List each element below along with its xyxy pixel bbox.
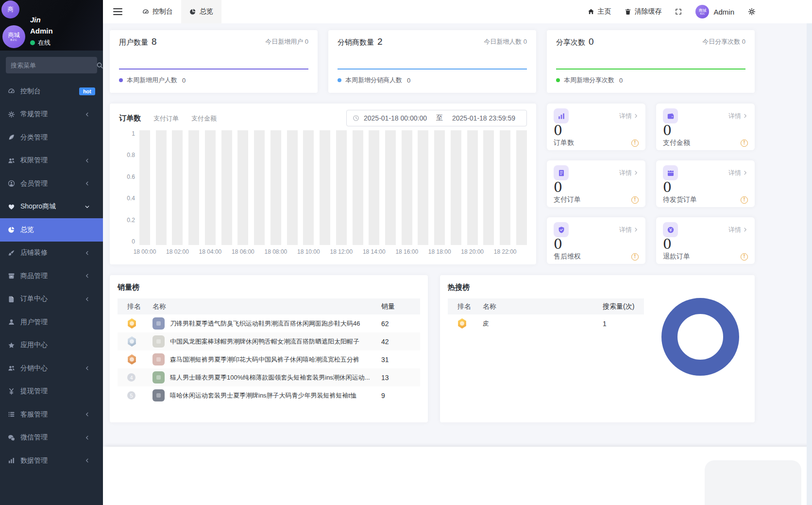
- overview-today: 今日新增人数 0: [484, 36, 527, 46]
- info-warning-icon[interactable]: !: [631, 139, 639, 147]
- product-thumbnail: [152, 317, 165, 330]
- document-icon: [558, 169, 565, 177]
- bar-slot: [320, 130, 330, 245]
- chart-bar: [369, 130, 379, 245]
- mini-card-icon-wrap: [663, 165, 678, 180]
- sidebar-item-6[interactable]: 总览: [0, 218, 103, 242]
- sidebar-item-4[interactable]: 会员管理: [0, 172, 103, 195]
- y-axis-tick: 0.6: [127, 174, 135, 180]
- dashboard-icon: [142, 8, 149, 15]
- menu-search-input[interactable]: [11, 62, 96, 69]
- sidebar-item-15[interactable]: 微信管理: [0, 426, 103, 450]
- sidebar-item-label: 分类管理: [20, 133, 48, 142]
- orders-chart-tab-0[interactable]: 订单数: [119, 114, 141, 123]
- hot-badge: hot: [79, 87, 95, 95]
- info-warning-icon[interactable]: !: [631, 196, 639, 204]
- overview-title: 分享次数0: [556, 36, 594, 47]
- trash-icon: [625, 8, 631, 15]
- chart-bar: [139, 130, 150, 245]
- info-warning-icon[interactable]: !: [741, 253, 748, 261]
- chevron-left-icon: [85, 250, 90, 256]
- info-warning-icon[interactable]: !: [741, 196, 748, 204]
- sidebar-item-label: 应用中心: [20, 341, 48, 349]
- mini-card-label: 订单数: [554, 139, 574, 147]
- x-axis-label: 18 06:00: [232, 248, 254, 255]
- legend-dot: [556, 78, 560, 82]
- chart-bar: [434, 130, 445, 245]
- users-icon: [8, 157, 15, 164]
- sidebar-item-14[interactable]: 客服管理: [0, 403, 103, 426]
- sidebar-item-1[interactable]: 常规管理: [0, 103, 103, 126]
- hamburger-menu-button[interactable]: [113, 8, 122, 15]
- info-warning-icon[interactable]: !: [631, 253, 639, 261]
- overview-legend: 本周新增分享次数 0: [556, 76, 745, 85]
- home-button[interactable]: 主页: [588, 7, 611, 16]
- topbar-tab-1[interactable]: 总览: [181, 0, 221, 23]
- hot-search-row: 皮 1: [448, 314, 644, 332]
- sidebar-item-9[interactable]: 订单中心: [0, 288, 103, 311]
- date-end-value[interactable]: 2025-01-18 23:59:59: [452, 114, 515, 122]
- sidebar-item-12[interactable]: 分销中心: [0, 357, 103, 380]
- sales-rank-row: 中国风龙图案棒球帽男潮牌休闲鸭舌帽女潮流百搭防晒遮阳太阳帽子 42: [118, 332, 420, 350]
- brand-bubble-text: 商: [8, 5, 14, 14]
- user-avatar[interactable]: 商城 B2C: [2, 25, 25, 48]
- chart-bar: [516, 130, 527, 245]
- detail-link[interactable]: 详情: [619, 226, 639, 234]
- detail-label: 详情: [728, 169, 741, 177]
- legend-value: 0: [182, 77, 186, 84]
- dashboard-icon: [8, 87, 15, 95]
- detail-link[interactable]: 详情: [619, 169, 639, 177]
- orders-chart-tab-1[interactable]: 支付订单: [153, 114, 179, 123]
- chart-bar: [271, 130, 281, 245]
- bar-slot: 18 20:00: [467, 130, 478, 245]
- mini-card-icon-wrap: [554, 108, 569, 123]
- sidebar-item-10[interactable]: 用户管理: [0, 311, 103, 334]
- y-axis-tick: 0.2: [127, 217, 135, 224]
- main-content: 用户数量8 今日新增用户 0 本周新增用户人数 0 分销商数量2 今日新增人数 …: [103, 23, 812, 505]
- search-icon[interactable]: [96, 62, 103, 69]
- date-start-value[interactable]: 2025-01-18 00:00:00: [364, 114, 427, 122]
- y-axis-tick: 0.8: [127, 152, 135, 158]
- sidebar-item-0[interactable]: 控制台hot: [0, 80, 103, 103]
- chart-bar: [500, 130, 510, 245]
- sidebar-item-5[interactable]: Shopro商城: [0, 195, 103, 219]
- bar-slot: 18 14:00: [369, 130, 379, 245]
- info-warning-icon[interactable]: !: [741, 139, 748, 147]
- sidebar-item-3[interactable]: 权限管理: [0, 149, 103, 173]
- vertical-scrollbar[interactable]: [807, 23, 812, 505]
- sidebar: 商 商城 B2C Jin Admin 在线 控制台hot常规管理分类管理权限管理…: [0, 0, 103, 505]
- hot-search-header: 排名 名称 搜索量(次): [448, 298, 644, 314]
- sidebar-item-label: 控制台: [20, 87, 41, 96]
- settings-button[interactable]: [748, 8, 756, 16]
- sidebar-item-2[interactable]: 分类管理: [0, 126, 103, 149]
- sidebar-item-13[interactable]: 提现管理: [0, 380, 103, 403]
- detail-link[interactable]: 详情: [728, 169, 748, 177]
- y-axis: 10.80.60.40.20: [119, 130, 139, 245]
- overview-sparkline: [556, 69, 745, 70]
- mini-card-5: 详情 0 退款订单 !: [656, 217, 755, 264]
- topbar-tab-0[interactable]: 控制台: [134, 0, 181, 23]
- topbar-avatar-sublabel: B2C: [700, 13, 705, 15]
- sidebar-item-8[interactable]: 商品管理: [0, 264, 103, 288]
- sidebar-item-16[interactable]: 数据管理: [0, 449, 103, 472]
- overview-card-1: 分销商数量2 今日新增人数 0 本周新增分销商人数 0: [328, 30, 536, 93]
- fullscreen-button[interactable]: [675, 8, 682, 15]
- date-range-picker[interactable]: 2025-01-18 00:00:00 至 2025-01-18 23:59:5…: [346, 110, 527, 126]
- sidebar-item-11[interactable]: 应用中心: [0, 334, 103, 357]
- x-axis-label: 18 14:00: [363, 248, 386, 255]
- sidebar-item-7[interactable]: 店铺装修: [0, 242, 103, 265]
- product-name: 中国风龙图案棒球帽男潮牌休闲鸭舌帽女潮流百搭防晒遮阳太阳帽子: [170, 337, 359, 346]
- topbar: 控制台总览 主页 清除缓存 商城 B2C Admin: [103, 0, 812, 23]
- online-status-label: 在线: [38, 38, 51, 47]
- clear-cache-button[interactable]: 清除缓存: [625, 7, 661, 16]
- topbar-user-chip[interactable]: 商城 B2C Admin: [695, 5, 734, 18]
- detail-link[interactable]: 详情: [619, 112, 639, 121]
- detail-link[interactable]: 详情: [728, 112, 748, 121]
- chart-bar: [418, 130, 428, 245]
- leaf-icon: [8, 134, 15, 141]
- detail-link[interactable]: 详情: [728, 226, 748, 234]
- rank-medal-silver: [127, 336, 136, 347]
- orders-chart-tab-2[interactable]: 支付金额: [191, 114, 217, 123]
- overview-title: 分销商数量2: [338, 36, 383, 47]
- chevron-left-icon: [85, 366, 90, 371]
